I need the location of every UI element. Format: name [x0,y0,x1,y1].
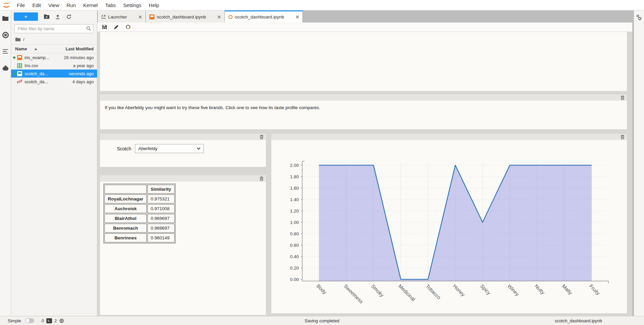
notebook-icon [149,14,154,19]
taste-profile-chart-cell: 0.000.200.400.600.801.001.201.401.601.80… [271,134,627,313]
table-row[interactable]: RoyalLochnagar 0.975321 [104,194,175,203]
chevron-down-icon [197,147,200,150]
launcher-icon [101,15,106,19]
table-row[interactable]: BlairAthol 0.969697 [104,214,175,223]
menu-edit[interactable]: Edit [29,2,45,8]
no-kernel-dot [13,64,15,67]
csv-file-icon [17,63,22,68]
left-activity-bar [0,10,11,316]
menu-view[interactable]: View [45,2,63,8]
kernel-status-icon[interactable] [125,24,131,30]
tab-launcher[interactable]: Launcher ✕ [97,10,146,22]
svg-text:Smoky: Smoky [370,283,385,298]
similarity-table-cell: Similarity RoyalLochnagar 0.975321 Auchr… [100,175,266,315]
trash-icon[interactable] [620,95,625,100]
column-last-modified[interactable]: Last Modified [65,46,94,51]
svg-text:Tobacco: Tobacco [425,283,442,300]
close-icon[interactable]: ✕ [138,14,142,19]
table-of-contents-icon[interactable] [2,48,9,55]
svg-text:1.20: 1.20 [290,208,299,214]
menu-kernel[interactable]: Kernel [80,2,101,8]
running-kernel-dot [13,73,15,75]
table-row[interactable]: Benromach 0.969697 [104,224,175,233]
file-row-scotch-notebook[interactable]: scotch_da... seconds ago [11,69,97,78]
svg-text:Honey: Honey [452,283,466,297]
svg-text:Body: Body [316,283,328,295]
no-kernel-dot [13,81,15,83]
trash-icon[interactable] [620,135,625,139]
home-folder-icon [15,37,21,42]
svg-text:0.60: 0.60 [290,243,299,248]
sort-ascending-icon [34,48,37,50]
table-row[interactable]: Benrinnes 0.960149 [104,233,175,242]
file-browser-toolbar: + [11,10,97,23]
refresh-icon[interactable] [65,13,73,21]
trash-icon[interactable] [260,135,264,139]
tab-scotch-dashboard-2[interactable]: scotch_dashboard.ipynb ✕ [225,10,303,22]
filter-files-input[interactable] [14,24,94,33]
file-browser-panel: + / Name Last Modified [11,10,97,316]
taste-profile-chart[interactable]: 0.000.200.400.600.801.001.201.401.601.80… [271,140,627,313]
table-header-row: Similarity [104,185,175,194]
upload-icon[interactable] [54,13,62,21]
menu-bar: File Edit View Run Kernel Tabs Settings … [0,0,644,10]
menu-run[interactable]: Run [63,2,80,8]
svg-text:Nutty: Nutty [534,283,546,295]
breadcrumb[interactable]: / [11,35,97,44]
menu-tabs[interactable]: Tabs [101,2,120,8]
cell-header [100,94,627,101]
column-name[interactable]: Name [15,46,65,51]
edit-mode-pencil-icon[interactable] [113,24,119,30]
svg-text:0.80: 0.80 [290,231,299,236]
new-launcher-button[interactable]: + [14,12,38,21]
notebook-file-icon [17,55,22,60]
svg-text:1.60: 1.60 [290,186,299,191]
svg-text:1.00: 1.00 [290,220,299,225]
svg-text:Malty: Malty [561,283,574,296]
close-icon[interactable]: ✕ [217,14,221,19]
new-folder-icon[interactable] [43,13,51,21]
save-icon[interactable] [101,24,107,30]
trash-icon[interactable] [260,176,264,181]
blank-header-cell [104,185,147,194]
close-icon[interactable]: ✕ [295,14,300,19]
extension-manager-icon[interactable] [2,64,9,72]
svg-text:Winey: Winey [506,283,520,297]
file-row-iris-example[interactable]: iris_examp... 28 minutes ago [11,53,97,61]
status-bar: Simple 0 $_ 2 Saving completed scotch_da… [0,316,644,325]
file-browser-icon[interactable] [2,15,9,22]
running-sessions-icon[interactable] [2,31,9,39]
pdf-file-icon: PDF [17,80,22,83]
tab-scotch-dashboard-1[interactable]: scotch_dashboard.ipynb ✕ [146,10,225,22]
scotch-label: Scotch [115,146,131,151]
file-row-iris-csv[interactable]: Iris.csv a year ago [11,61,97,69]
running-kernel-dot [13,56,15,59]
svg-text:0.00: 0.00 [290,277,299,282]
markdown-cell: If you like Aberfeldy you might want to … [100,94,627,129]
notebook-file-icon [17,71,22,76]
status-message: Saving completed [305,318,339,323]
svg-text:Medicinal: Medicinal [397,283,416,302]
svg-text:0.20: 0.20 [290,266,299,271]
dashboard-area: If you like Aberfeldy you might want to … [97,32,632,316]
property-inspector-gears-icon[interactable] [635,14,643,21]
markdown-text: If you like Aberfeldy you might want to … [100,101,627,114]
file-row-scotch-pdf[interactable]: PDF scotch_da... 4 days ago [11,78,97,86]
right-activity-bar [632,10,644,316]
table-row[interactable]: Auchroisk 0.971008 [104,204,175,213]
file-list-header: Name Last Modified [11,44,97,53]
similarity-header-cell: Similarity [147,185,175,194]
svg-text:Sweetness: Sweetness [343,283,364,305]
scotch-select[interactable]: Aberfeldy [135,144,204,153]
menu-file[interactable]: File [13,2,29,8]
menu-help[interactable]: Help [145,2,163,8]
breadcrumb-root[interactable]: / [23,37,25,42]
svg-text:1.40: 1.40 [290,197,299,202]
status-filename: scotch_dashboard.ipynb [555,318,602,323]
svg-text:0.40: 0.40 [290,254,299,259]
search-icon [86,26,91,31]
menu-settings[interactable]: Settings [120,2,145,8]
svg-text:2.00: 2.00 [290,163,299,168]
svg-text:Fruity: Fruity [588,283,601,296]
jupyter-logo-icon [2,1,10,9]
